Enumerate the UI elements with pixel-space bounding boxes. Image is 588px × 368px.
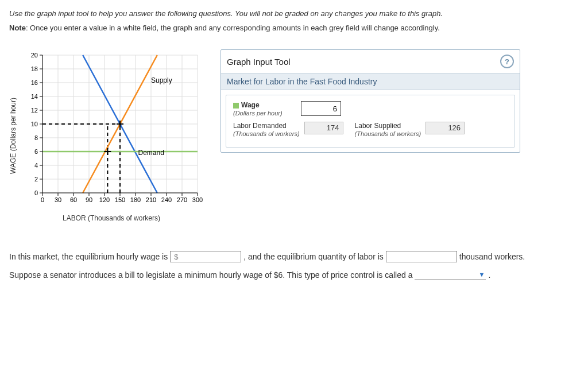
svg-text:2: 2 bbox=[34, 176, 38, 183]
svg-text:8: 8 bbox=[34, 134, 38, 141]
svg-text:0: 0 bbox=[34, 189, 38, 196]
svg-text:240: 240 bbox=[161, 196, 172, 203]
svg-text:300: 300 bbox=[192, 196, 203, 203]
equilibrium-wage-input[interactable] bbox=[170, 251, 241, 262]
svg-text:14: 14 bbox=[31, 93, 38, 100]
labor-demanded-label: Labor Demanded (Thousands of workers) bbox=[233, 122, 300, 138]
x-axis-label: LABOR (Thousands of workers) bbox=[63, 214, 160, 222]
price-control-dropdown[interactable]: ▼ bbox=[415, 269, 486, 280]
wage-color-swatch bbox=[233, 103, 239, 109]
svg-text:90: 90 bbox=[86, 196, 92, 203]
labor-supplied-value: 126 bbox=[425, 122, 465, 134]
graph-input-tool-panel: Graph Input Tool ? Market for Labor in t… bbox=[220, 49, 520, 153]
question-2: Suppose a senator introduces a bill to l… bbox=[9, 269, 579, 280]
svg-text:10: 10 bbox=[31, 121, 38, 127]
svg-text:180: 180 bbox=[130, 196, 141, 203]
svg-text:20: 20 bbox=[31, 52, 38, 59]
instructions-main: Use the graph input tool to help you ans… bbox=[9, 9, 579, 18]
wage-field-label: Wage (Dollars per hour) bbox=[233, 101, 296, 117]
chevron-down-icon: ▼ bbox=[479, 271, 485, 278]
labor-demanded-value: 174 bbox=[304, 122, 343, 134]
svg-text:30: 30 bbox=[55, 196, 61, 203]
y-axis-label: WAGE (Dollars per hour) bbox=[9, 98, 17, 174]
wage-input[interactable] bbox=[301, 101, 341, 116]
tool-subtitle: Market for Labor in the Fast Food Indust… bbox=[221, 73, 520, 90]
svg-text:210: 210 bbox=[146, 196, 156, 203]
instructions-note: Note: Once you enter a value in a white … bbox=[9, 24, 579, 32]
svg-text:12: 12 bbox=[31, 107, 38, 114]
svg-text:270: 270 bbox=[177, 196, 187, 203]
question-1: In this market, the equilibrium hourly w… bbox=[9, 251, 579, 262]
svg-text:4: 4 bbox=[34, 162, 38, 169]
chart-container: WAGE (Dollars per hour) SupplyDemand0306… bbox=[9, 49, 203, 222]
labor-market-chart[interactable]: SupplyDemand0306090120150180210240270300… bbox=[20, 49, 203, 210]
svg-text:120: 120 bbox=[99, 196, 110, 203]
help-icon[interactable]: ? bbox=[500, 55, 514, 68]
labor-supplied-label: Labor Supplied (Thousands of workers) bbox=[355, 122, 421, 138]
svg-text:16: 16 bbox=[31, 79, 38, 86]
svg-text:150: 150 bbox=[115, 196, 125, 203]
svg-text:Supply: Supply bbox=[151, 76, 172, 84]
svg-text:60: 60 bbox=[70, 196, 77, 203]
svg-text:6: 6 bbox=[34, 148, 38, 155]
equilibrium-quantity-input[interactable] bbox=[386, 251, 457, 262]
tool-title: Graph Input Tool bbox=[227, 57, 291, 67]
svg-text:0: 0 bbox=[41, 196, 44, 203]
svg-text:18: 18 bbox=[31, 65, 38, 72]
